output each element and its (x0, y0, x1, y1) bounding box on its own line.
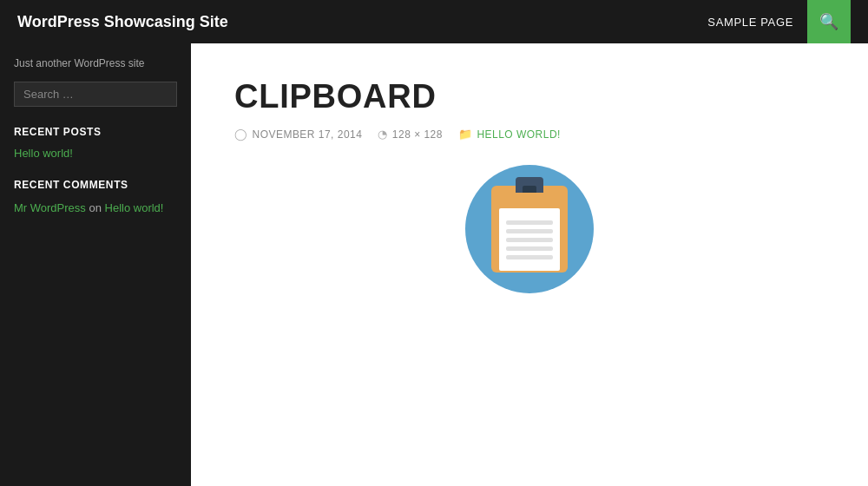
clipboard-paper (499, 208, 560, 271)
meta-date: ◯ NOVEMBER 17, 2014 (234, 128, 362, 141)
post-meta: ◯ NOVEMBER 17, 2014 ◔ 128 × 128 📁 HELLO … (234, 128, 825, 141)
site-header: WordPress Showcasing Site SAMPLE PAGE 🔍 (0, 0, 868, 43)
header-search-button[interactable]: 🔍 (807, 0, 851, 43)
size-icon: ◔ (378, 128, 387, 141)
recent-comments-section: RECENT COMMENTS Mr WordPress on Hello wo… (14, 179, 177, 215)
clipboard-clip (516, 177, 543, 193)
meta-category-link[interactable]: HELLO WORLD! (477, 128, 560, 141)
recent-posts-title: RECENT POSTS (14, 126, 177, 138)
paper-line-4 (506, 246, 553, 251)
clipboard-body (491, 186, 568, 273)
paper-line-2 (506, 229, 553, 233)
comment-author-link[interactable]: Mr WordPress (14, 201, 86, 214)
folder-icon: 📁 (458, 128, 472, 141)
recent-comments-title: RECENT COMMENTS (14, 179, 177, 191)
clock-icon: ◯ (234, 128, 247, 141)
layout: Just another WordPress site RECENT POSTS… (0, 43, 868, 486)
nav-sample-page[interactable]: SAMPLE PAGE (694, 16, 807, 29)
search-icon: 🔍 (819, 12, 838, 31)
site-title: WordPress Showcasing Site (17, 13, 228, 31)
meta-category: 📁 HELLO WORLD! (458, 128, 561, 141)
main-content: CLIPBOARD ◯ NOVEMBER 17, 2014 ◔ 128 × 12… (191, 43, 868, 486)
post-title: CLIPBOARD (234, 78, 825, 115)
paper-line-5 (506, 255, 553, 259)
paper-line-1 (506, 220, 553, 225)
comment-post-link[interactable]: Hello world! (105, 201, 164, 214)
recent-posts-section: RECENT POSTS Hello world! (14, 126, 177, 160)
comment-on-text: on (89, 201, 104, 214)
sidebar: Just another WordPress site RECENT POSTS… (0, 43, 191, 486)
meta-date-text: NOVEMBER 17, 2014 (252, 128, 362, 141)
header-right: SAMPLE PAGE 🔍 (694, 0, 851, 43)
meta-size: ◔ 128 × 128 (378, 128, 443, 141)
sidebar-tagline: Just another WordPress site (14, 57, 177, 69)
meta-size-text: 128 × 128 (392, 128, 443, 141)
search-input[interactable] (14, 82, 177, 107)
clipboard-illustration (234, 165, 825, 293)
paper-line-3 (506, 238, 553, 242)
recent-comment-item: Mr WordPress on Hello world! (14, 201, 163, 214)
recent-post-hello-world[interactable]: Hello world! (14, 147, 177, 160)
clipboard-circle (465, 165, 594, 293)
